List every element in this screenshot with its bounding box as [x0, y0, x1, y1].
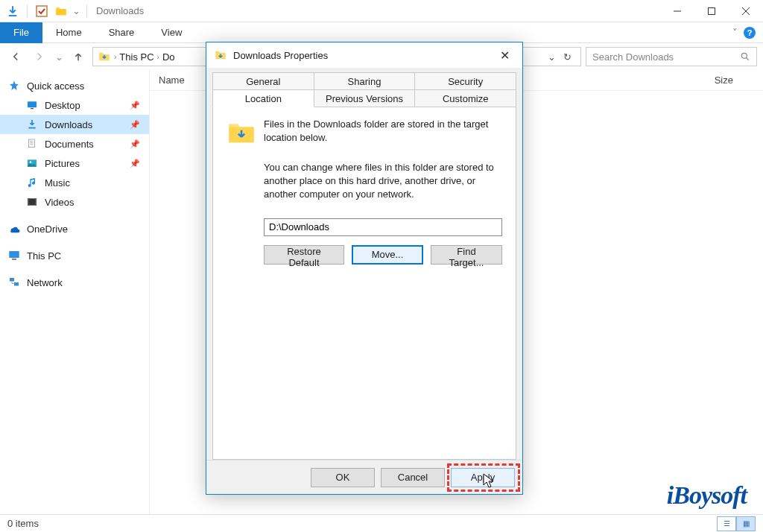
music-icon	[25, 176, 39, 189]
search-placeholder: Search Downloads	[592, 51, 674, 63]
watermark: iBoysoft	[667, 481, 747, 510]
svg-rect-17	[35, 198, 37, 205]
qat-dropdown-icon[interactable]: ⌄	[72, 5, 80, 16]
ok-button[interactable]: OK	[311, 468, 375, 487]
chevron-right-icon[interactable]: ›	[157, 53, 159, 61]
close-button[interactable]	[729, 0, 763, 22]
statusbar: 0 items ☰ ▦	[0, 514, 763, 532]
network-icon	[7, 276, 21, 289]
dialog-close-button[interactable]: ✕	[494, 45, 515, 66]
tab-security[interactable]: Security	[414, 72, 516, 90]
address-dropdown-icon[interactable]: ⌄	[548, 51, 556, 63]
downloads-icon	[25, 118, 39, 131]
breadcrumb-downloads[interactable]: Do	[162, 51, 175, 63]
properties-dialog: Downloads Properties ✕ General Sharing S…	[206, 42, 523, 495]
svg-rect-16	[28, 198, 29, 205]
star-icon	[7, 79, 21, 92]
ribbon: File Home Share View ˅ ?	[0, 22, 763, 43]
tab-view[interactable]: View	[148, 22, 195, 43]
pictures-icon	[25, 156, 39, 170]
chevron-right-icon[interactable]: ›	[114, 53, 116, 61]
videos-icon	[25, 195, 39, 209]
dialog-footer: OK Cancel Apply	[206, 460, 522, 494]
search-icon	[740, 51, 750, 62]
svg-rect-7	[28, 101, 37, 107]
sidebar-item-videos[interactable]: Videos	[0, 192, 149, 212]
ribbon-collapse-icon[interactable]: ˅	[732, 27, 738, 38]
svg-rect-18	[9, 251, 19, 258]
desktop-icon	[25, 98, 39, 112]
svg-rect-21	[14, 282, 19, 286]
breadcrumb-thispc[interactable]: This PC	[119, 51, 153, 63]
tab-general[interactable]: General	[212, 72, 314, 90]
minimize-button[interactable]	[660, 0, 694, 22]
maximize-button[interactable]	[694, 0, 729, 22]
pin-icon: 📌	[130, 101, 140, 110]
dialog-tabs: General Sharing Security Location Previo…	[206, 68, 522, 107]
svg-line-6	[747, 58, 749, 60]
tab-share[interactable]: Share	[95, 22, 148, 43]
sidebar-network[interactable]: Network	[0, 273, 149, 292]
titlebar: ⌄ Downloads	[0, 0, 763, 22]
move-button[interactable]: Move...	[352, 245, 423, 265]
sidebar-item-downloads[interactable]: Downloads📌	[0, 115, 149, 134]
file-tab[interactable]: File	[0, 22, 42, 43]
tab-previous-versions[interactable]: Previous Versions	[314, 89, 416, 107]
sidebar-quick-access[interactable]: Quick access	[0, 76, 149, 95]
svg-point-5	[741, 53, 747, 58]
svg-rect-20	[10, 278, 14, 282]
dialog-titlebar[interactable]: Downloads Properties ✕	[206, 42, 522, 68]
svg-point-14	[30, 161, 32, 163]
view-details-button[interactable]: ☰	[717, 516, 736, 531]
onedrive-icon	[7, 222, 21, 235]
svg-rect-2	[709, 7, 715, 14]
dialog-title: Downloads Properties	[233, 50, 328, 61]
navigation-pane: Quick access Desktop📌 Downloads📌 Documen…	[0, 70, 149, 514]
downloads-folder-icon	[98, 50, 111, 63]
recent-dropdown[interactable]: ⌄	[54, 47, 64, 66]
pin-icon: 📌	[130, 139, 140, 149]
downloads-folder-icon	[227, 118, 256, 148]
location-info-2: You can change where files in this folde…	[264, 161, 502, 202]
dialog-body: Files in the Downloads folder are stored…	[212, 107, 516, 460]
downloads-folder-icon	[214, 48, 227, 62]
svg-rect-19	[12, 259, 16, 260]
back-button[interactable]	[6, 47, 25, 66]
cancel-button[interactable]: Cancel	[381, 468, 445, 487]
tab-sharing[interactable]: Sharing	[314, 72, 416, 90]
search-input[interactable]: Search Downloads	[586, 47, 757, 66]
restore-default-button[interactable]: Restore Default	[264, 245, 344, 265]
downarrow-icon[interactable]	[4, 3, 21, 19]
documents-icon	[25, 137, 39, 151]
refresh-icon[interactable]: ↻	[563, 51, 572, 63]
thispc-icon	[7, 249, 21, 262]
view-icons-button[interactable]: ▦	[736, 516, 756, 531]
apply-button[interactable]: Apply	[451, 468, 515, 487]
sidebar-item-desktop[interactable]: Desktop📌	[0, 95, 149, 115]
up-button[interactable]	[69, 47, 88, 66]
pin-icon: 📌	[130, 159, 140, 168]
svg-rect-9	[28, 139, 34, 148]
tab-customize[interactable]: Customize	[414, 89, 516, 107]
svg-rect-0	[37, 6, 47, 16]
column-size[interactable]: Size	[706, 70, 763, 90]
tab-home[interactable]: Home	[42, 22, 95, 43]
help-icon[interactable]: ?	[744, 27, 756, 39]
sidebar-onedrive[interactable]: OneDrive	[0, 219, 149, 238]
sidebar-item-music[interactable]: Music	[0, 173, 149, 192]
item-count: 0 items	[7, 518, 39, 529]
location-info-1: Files in the Downloads folder are stored…	[264, 118, 502, 148]
sidebar-item-documents[interactable]: Documents📌	[0, 134, 149, 153]
checkbox-icon[interactable]	[34, 3, 50, 19]
window-title: Downloads	[96, 5, 144, 16]
folder-icon[interactable]	[53, 3, 69, 19]
find-target-button[interactable]: Find Target...	[431, 245, 502, 265]
sidebar-thispc[interactable]: This PC	[0, 246, 149, 265]
sidebar-item-pictures[interactable]: Pictures📌	[0, 153, 149, 173]
location-path-input[interactable]	[264, 218, 502, 236]
forward-button[interactable]	[30, 47, 49, 66]
svg-rect-8	[31, 108, 34, 109]
tab-location[interactable]: Location	[212, 89, 314, 107]
pin-icon: 📌	[130, 120, 140, 130]
